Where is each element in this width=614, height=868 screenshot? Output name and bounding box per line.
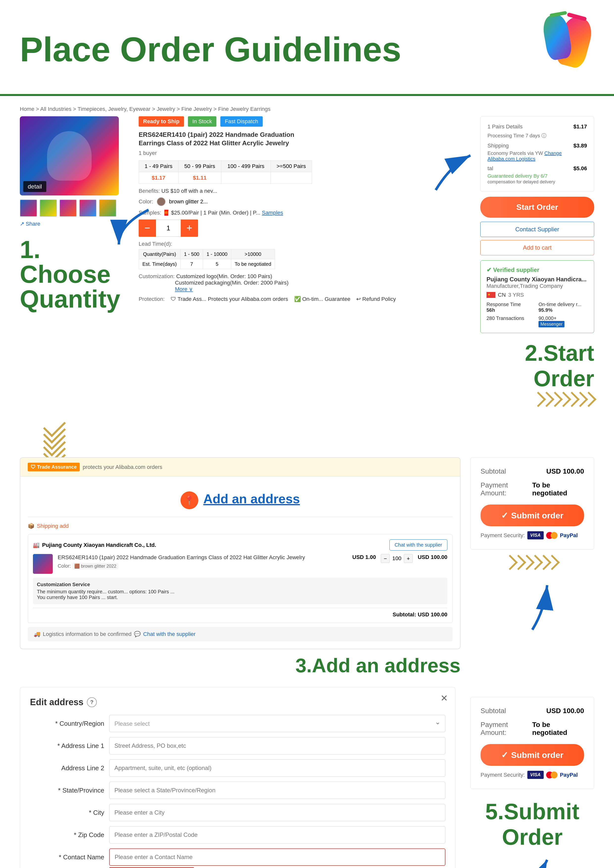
state-input[interactable] xyxy=(109,782,445,799)
step3-section: 🛡 Trade Assurance protects your Alibaba.… xyxy=(20,457,594,677)
step3-label: 3.Add an address xyxy=(20,654,460,677)
supplier-panel: ✔ Verified supplier Pujiang County Xiaoy… xyxy=(480,260,594,333)
product-title: ERS624ER1410 (1pair) 2022 Handmade Gradu… xyxy=(138,131,312,147)
benefits-row: Benefits: US $10 off with a nev... xyxy=(138,188,470,194)
summary-panel: Subtotal USD 100.00 Payment Amount: To b… xyxy=(470,457,594,550)
step1-label: 1. Choose Quantity xyxy=(20,237,129,311)
lead-time-row: Lead Time(d): Quantity(Pairs) 1 - 500 1 … xyxy=(138,241,470,269)
status-badges: Ready to Ship In Stock Fast Dispatch xyxy=(138,116,470,127)
product-image: detail xyxy=(20,116,119,195)
chevrons-right-2 xyxy=(470,557,594,568)
quantity-input[interactable] xyxy=(156,220,181,237)
city-form-row: * City xyxy=(30,804,445,821)
logistics-bar: 🚚 Logistics information to be confirmed … xyxy=(28,627,452,641)
payment-security-2: Payment Security: VISA PayPal xyxy=(480,771,584,779)
payment-label: Payment Amount: xyxy=(480,481,532,497)
supplier-name: Pujiang County Xiaoyan Handicra... xyxy=(487,276,588,283)
zip-input[interactable] xyxy=(109,826,445,843)
trade-assurance-text: protects your Alibaba.com orders xyxy=(83,464,162,470)
submit-order-button-2[interactable]: ✓ Submit order xyxy=(480,744,584,766)
country-form-row: * Country/Region Please select xyxy=(30,715,445,732)
contact-label: * Contact Name xyxy=(30,853,104,861)
payment-value: To be negotiated xyxy=(532,481,584,497)
address1-form-row: * Address Line 1 xyxy=(30,737,445,755)
product-section: Home > All Industries > Timepieces, Jewe… xyxy=(20,106,594,405)
add-address-section: 📍 Add an address xyxy=(28,484,452,517)
buyer-count: 1 buyer xyxy=(138,150,470,157)
header-decoration xyxy=(520,12,594,87)
address1-input[interactable] xyxy=(109,737,445,755)
start-order-button[interactable]: Start Order xyxy=(480,197,594,218)
page-title: Place Order Guidelines xyxy=(20,32,401,67)
form-title: Edit address ? xyxy=(30,697,445,707)
order-product-title: ERS624ER1410 (1pair) 2022 Handmade Gradu… xyxy=(58,554,347,561)
address-form: ✕ Edit address ? * Country/Region Please… xyxy=(20,687,455,868)
quantity-row: − + xyxy=(138,220,470,237)
pricing-table: 1 - 49 Pairs 50 - 99 Pairs 100 - 499 Pai… xyxy=(138,160,312,184)
address1-label: * Address Line 1 xyxy=(30,742,104,750)
color-row: Color: brown glitter 2... xyxy=(138,197,470,206)
supplier-type: Manufacturer,Trading Company xyxy=(487,283,588,289)
color-value: brown glitter 2... xyxy=(169,198,208,205)
step5-label: 5.Submit Order xyxy=(470,799,594,850)
chevrons-right xyxy=(480,394,594,405)
badge-ready: Ready to Ship xyxy=(138,116,184,127)
step2-label: 2.Start Order xyxy=(480,341,594,391)
chat-supplier-button[interactable]: Chat with the supplier xyxy=(389,539,448,550)
badge-stock: In Stock xyxy=(188,116,216,127)
step5-arrow xyxy=(508,560,557,635)
add-address-link[interactable]: Add an address xyxy=(203,491,300,506)
contact-supplier-button[interactable]: Contact Supplier xyxy=(480,222,594,237)
trade-assurance-card: 🛡 Trade Assurance protects your Alibaba.… xyxy=(20,457,460,649)
address2-form-row: Address Line 2 xyxy=(30,760,445,777)
address2-input[interactable] xyxy=(109,760,445,777)
subtotal-label: Subtotal xyxy=(480,467,506,475)
state-form-row: * State/Province xyxy=(30,782,445,799)
contact-input[interactable] xyxy=(109,848,445,866)
header: Place Order Guidelines xyxy=(0,0,614,96)
protection-row: Protection: 🛡 Trade Ass... Protects your… xyxy=(138,296,470,302)
price-panel: 1 Pairs Details $1.17 Processing Time 7 … xyxy=(480,116,594,192)
main-content: Home > All Industries > Timepieces, Jewe… xyxy=(0,96,614,868)
contact-form-row: * Contact Name Please enter Contact Name xyxy=(30,848,445,868)
product-thumbnails xyxy=(20,200,129,217)
city-label: * City xyxy=(30,809,104,817)
zip-form-row: * Zip Code xyxy=(30,826,445,843)
zip-label: * Zip Code xyxy=(30,831,104,839)
add-to-cart-button[interactable]: Add to cart xyxy=(480,240,594,255)
city-input[interactable] xyxy=(109,804,445,821)
order-supplier: Pujiang County Xiaoyan Handicraft Co., L… xyxy=(42,542,156,548)
close-button[interactable]: ✕ xyxy=(438,692,450,704)
step4-section: ✕ Edit address ? * Country/Region Please… xyxy=(20,687,594,868)
breadcrumb: Home > All Industries > Timepieces, Jewe… xyxy=(20,106,594,112)
address2-label: Address Line 2 xyxy=(30,764,104,772)
subtotal-value: USD 100.00 xyxy=(546,467,584,475)
submit-order-button[interactable]: ✓ Submit order xyxy=(480,505,584,526)
samples-row: Samples: 🧧 $25.00/Pair | 1 Pair (Min. Or… xyxy=(138,209,470,216)
state-label: * State/Province xyxy=(30,787,104,794)
summary-panel-2: Subtotal USD 100.00 Payment Amount: To b… xyxy=(470,697,594,789)
badge-dispatch: Fast Dispatch xyxy=(220,116,263,127)
detail-badge: detail xyxy=(23,181,46,192)
share-link[interactable]: ↗ Share xyxy=(20,221,40,227)
shipping-address-label: Shipping add xyxy=(37,523,68,529)
country-select[interactable]: Please select xyxy=(109,715,445,732)
qty-increase-btn[interactable]: + xyxy=(181,220,198,237)
qty-decrease-btn[interactable]: − xyxy=(138,220,156,237)
step5-up-arrow xyxy=(508,850,557,868)
payment-security: Payment Security: VISA PayPal xyxy=(480,531,584,539)
country-label: * Country/Region xyxy=(30,720,104,727)
customization-row: Customization: Customized logo(Min. Orde… xyxy=(138,273,470,293)
